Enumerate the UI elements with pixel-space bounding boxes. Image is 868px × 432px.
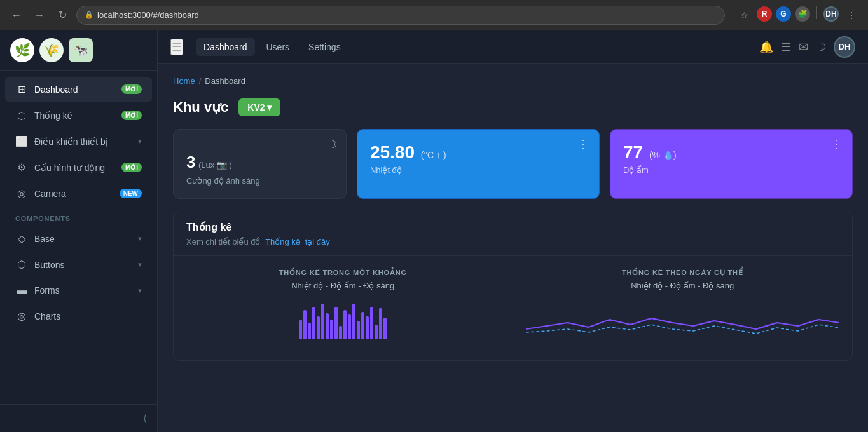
line-chart-svg: [526, 307, 840, 339]
sidebar-label-base: Base: [34, 234, 55, 244]
back-button[interactable]: ←: [8, 6, 25, 24]
temp-unit: (°C ↑ ): [421, 150, 446, 160]
sidebar-label-charts: Charts: [34, 311, 60, 321]
topbar-nav-users[interactable]: Users: [259, 38, 298, 56]
sidebar-navigation: ⊞ Dashboard MỚI ◌ Thống kê MỚI ⬜ Điều kh…: [0, 71, 157, 335]
sidebar-collapse[interactable]: ⟨: [0, 404, 157, 432]
sidebar-label-dashboard: Dashboard: [34, 84, 78, 95]
topbar-nav-settings[interactable]: Settings: [301, 38, 348, 56]
badge-moi-thong-ke: MỚI: [121, 111, 142, 120]
forms-icon: ▬: [15, 285, 28, 296]
buttons-icon: ⬡: [15, 259, 28, 271]
dieu-khien-icon: ⬜: [15, 135, 28, 147]
sidebar-item-base[interactable]: ◇ Base ▾: [5, 226, 152, 251]
topbar: ☰ Dashboard Users Settings 🔔 ☰ ✉ ☽ DH: [158, 30, 868, 64]
main-area: ☰ Dashboard Users Settings 🔔 ☰ ✉ ☽ DH Ho…: [158, 30, 868, 432]
badge-new-camera: NEW: [120, 189, 142, 198]
stats-card1-title: THỐNG KÊ TRONG MỘT KHOẢNG: [186, 269, 500, 277]
humidity-unit: (% 💧): [649, 150, 677, 160]
humidity-label: Độ ẩm: [623, 165, 839, 175]
topbar-right: 🔔 ☰ ✉ ☽ DH: [759, 36, 855, 58]
base-chevron: ▾: [138, 234, 142, 243]
metric-cards-grid: ☽ 3 (Lux 📷 ) Cường độ ánh sáng ⋮ 25.80 (…: [173, 129, 853, 199]
light-value: 3: [186, 152, 195, 172]
zone-dropdown[interactable]: KV2 ▾: [238, 98, 280, 116]
logo-icon-2: 🌾: [39, 38, 64, 62]
list-icon[interactable]: ☰: [781, 40, 791, 54]
sidebar-item-dieu-khien[interactable]: ⬜ Điều khiển thiết bị ▾: [5, 129, 152, 154]
sidebar-item-buttons[interactable]: ⬡ Buttons ▾: [5, 252, 152, 277]
ext-icon-red[interactable]: R: [757, 6, 772, 22]
logo-farm: 🐄: [69, 38, 93, 62]
stats-chart-daily: [526, 300, 840, 348]
logo-icon-1: 🌿: [10, 38, 34, 62]
lock-icon: 🔒: [85, 11, 93, 19]
page-title: Khu vực: [173, 99, 228, 116]
temp-more-icon[interactable]: ⋮: [577, 137, 590, 151]
sidebar-item-forms[interactable]: ▬ Forms ▾: [5, 278, 152, 302]
stats-link-thong-ke[interactable]: Thống kê: [265, 237, 300, 246]
refresh-button[interactable]: ↻: [53, 6, 71, 24]
breadcrumb-home[interactable]: Home: [173, 76, 195, 86]
user-menu-button[interactable]: DH: [823, 6, 839, 22]
sidebar-label-cau-hinh: Cấu hình tự động: [34, 163, 105, 173]
sidebar-item-dashboard[interactable]: ⊞ Dashboard MỚI: [5, 77, 152, 102]
stats-section: Thống kê Xem chi tiết biểu đồ Thống kê t…: [173, 212, 853, 361]
sidebar-item-cau-hinh[interactable]: ⚙ Cấu hình tự động MỚI: [5, 155, 152, 180]
base-icon: ◇: [15, 233, 28, 245]
stats-card1-subtitle: Nhiệt độ - Độ ẩm - Độ sáng: [186, 281, 500, 290]
buttons-chevron: ▾: [138, 260, 142, 269]
dieu-khien-chevron: ▾: [138, 137, 142, 145]
browser-chrome: ← → ↻ 🔒 localhost:3000/#/dashboard ☆ R G…: [0, 0, 868, 30]
metric-card-light: ☽ 3 (Lux 📷 ) Cường độ ánh sáng: [173, 129, 347, 199]
hamburger-menu[interactable]: ☰: [170, 39, 183, 55]
address-bar[interactable]: 🔒 localhost:3000/#/dashboard: [76, 6, 725, 25]
collapse-icon: ⟨: [143, 412, 147, 424]
forms-chevron: ▾: [138, 287, 142, 295]
section-header: Khu vực KV2 ▾: [173, 98, 853, 116]
ext-icon-blue[interactable]: G: [776, 6, 791, 22]
humidity-more-icon[interactable]: ⋮: [830, 137, 843, 151]
topbar-nav-dashboard[interactable]: Dashboard: [196, 38, 255, 56]
breadcrumb-separator: /: [199, 76, 202, 86]
page-content: Home / Dashboard Khu vực KV2 ▾ ☽ 3 (Lux …: [158, 64, 868, 432]
light-label: Cường độ ánh sáng: [186, 176, 333, 186]
moon-icon: ☽: [328, 138, 337, 151]
sidebar: 🌿 🌾 🐄 ⊞ Dashboard MỚI ◌ Thống kê MỚI: [0, 30, 158, 432]
badge-moi-dashboard: MỚI: [121, 84, 142, 94]
stats-card2-title: THỐNG KÊ THEO NGÀY CỤ THỂ: [526, 269, 840, 277]
stats-card-range: THỐNG KÊ TRONG MỘT KHOẢNG Nhiệt độ - Độ …: [174, 256, 513, 360]
sidebar-label-forms: Forms: [34, 285, 60, 295]
bell-icon[interactable]: 🔔: [759, 40, 773, 54]
temp-label: Nhiệt độ: [370, 165, 586, 175]
stats-card2-subtitle: Nhiệt độ - Độ ẩm - Độ sáng: [526, 281, 840, 290]
forward-button[interactable]: →: [31, 6, 48, 24]
bookmark-button[interactable]: ☆: [735, 6, 753, 24]
camera-icon: ◎: [15, 187, 28, 199]
browser-menu-button[interactable]: ⋮: [843, 6, 860, 24]
stats-link-tai-day[interactable]: tại đây: [305, 237, 330, 246]
stats-title: Thống kê: [186, 221, 839, 233]
stats-card-daily: THỐNG KÊ THEO NGÀY CỤ THỂ Nhiệt độ - Độ …: [513, 256, 853, 360]
humidity-value: 77 (% 💧): [623, 142, 839, 163]
mail-icon[interactable]: ✉: [799, 40, 808, 54]
user-avatar-topbar[interactable]: DH: [834, 36, 855, 58]
sidebar-item-camera[interactable]: ◎ Camera NEW: [5, 181, 152, 206]
topbar-nav: Dashboard Users Settings: [196, 38, 348, 56]
sidebar-label-buttons: Buttons: [34, 260, 64, 270]
stats-header: Thống kê Xem chi tiết biểu đồ Thống kê t…: [174, 212, 852, 256]
light-unit: (Lux 📷 ): [198, 160, 232, 170]
temp-value: 25.80 (°C ↑ ): [370, 142, 586, 163]
charts-icon: ◎: [15, 310, 28, 322]
theme-toggle[interactable]: ☽: [816, 40, 826, 54]
dashboard-icon: ⊞: [15, 83, 28, 95]
sidebar-label-dieu-khien: Điều khiển thiết bị: [34, 137, 108, 147]
thong-ke-icon: ◌: [15, 109, 28, 121]
sidebar-label-thong-ke: Thống kê: [34, 111, 72, 121]
stats-chart-range: [186, 300, 500, 339]
cau-hinh-icon: ⚙: [15, 161, 28, 173]
app-container: 🌿 🌾 🐄 ⊞ Dashboard MỚI ◌ Thống kê MỚI: [0, 30, 868, 432]
sidebar-item-charts[interactable]: ◎ Charts: [5, 304, 152, 328]
ext-icon-puzzle[interactable]: 🧩: [795, 6, 810, 22]
sidebar-item-thong-ke[interactable]: ◌ Thống kê MỚI: [5, 103, 152, 128]
